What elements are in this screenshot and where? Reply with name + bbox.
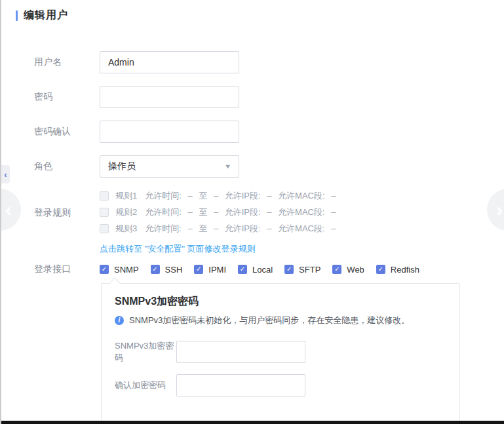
role-row: 角色 操作员 ▼ [34, 155, 480, 178]
rule3-detail: 允许时间: – 至 – 允许IP段: – 允许MAC段: – [145, 223, 336, 235]
snmpv3-password-input[interactable] [176, 341, 305, 363]
checkbox-checked-icon[interactable]: ✓ [284, 265, 294, 274]
checkbox-checked-icon[interactable]: ✓ [238, 265, 247, 274]
password-confirm-row: 密码确认 [34, 121, 480, 143]
panel-caret [109, 278, 121, 289]
password-input[interactable] [100, 86, 239, 108]
rule3-checkbox[interactable] [100, 224, 109, 233]
page-title: 编辑用户 [24, 9, 68, 22]
carousel-next-button[interactable]: › [487, 189, 504, 231]
checkbox-checked-icon[interactable]: ✓ [332, 265, 341, 274]
interface-snmp[interactable]: ✓ SNMP [100, 265, 139, 275]
password-confirm-label: 密码确认 [34, 126, 100, 138]
chevron-right-icon: › [496, 200, 503, 220]
interface-ssh[interactable]: ✓ SSH [151, 265, 183, 275]
interface-sftp[interactable]: ✓ SFTP [284, 265, 320, 275]
login-interfaces-list: ✓ SNMP ✓ SSH ✓ IPMI ✓ Local ✓ SFTP [100, 265, 419, 275]
edit-user-form: 用户名 密码 密码确认 角色 操作员 ▼ 登录规则 规则1 允许时间 [34, 51, 480, 424]
snmpv3-password-row: SNMPv3加密密码 [115, 340, 446, 364]
interface-ipmi[interactable]: ✓ IPMI [194, 265, 226, 275]
snmpv3-notice: i SNMPv3加密密码未初始化，与用户密码同步，存在安全隐患，建议修改。 [115, 315, 446, 326]
snmpv3-confirm-input[interactable] [176, 374, 305, 396]
snmpv3-password-label: SNMPv3加密密码 [115, 340, 176, 364]
chevron-left-icon: ‹ [4, 170, 7, 179]
rule2-name: 规则2 [115, 206, 137, 218]
snmpv3-panel: SNMPv3加密密码 i SNMPv3加密密码未初始化，与用户密码同步，存在安全… [101, 283, 460, 424]
carousel-prev-button[interactable]: ‹ [0, 189, 21, 231]
checkbox-checked-icon[interactable]: ✓ [376, 265, 385, 274]
interface-redfish[interactable]: ✓ Redfish [376, 265, 419, 275]
username-label: 用户名 [34, 56, 100, 68]
rule1-name: 规则1 [115, 190, 137, 202]
login-interfaces-row: 登录接口 ✓ SNMP ✓ SSH ✓ IPMI ✓ Local [34, 263, 480, 275]
rule3-name: 规则3 [115, 223, 137, 235]
password-label: 密码 [34, 91, 100, 103]
rule2-detail: 允许时间: – 至 – 允许IP段: – 允许MAC段: – [145, 206, 336, 218]
snmpv3-notice-text: SNMPv3加密密码未初始化，与用户密码同步，存在安全隐患，建议修改。 [129, 315, 410, 326]
username-row: 用户名 [34, 51, 480, 73]
checkbox-checked-icon[interactable]: ✓ [194, 265, 203, 274]
info-icon: i [115, 316, 124, 325]
username-input[interactable] [100, 51, 239, 73]
snmpv3-confirm-label: 确认加密密码 [115, 379, 176, 391]
login-rules-label: 登录规则 [34, 190, 100, 219]
rule2-checkbox[interactable] [100, 208, 109, 217]
window-bottom-edge [1, 421, 504, 424]
page-header: 编辑用户 [16, 9, 68, 22]
role-select[interactable]: 操作员 ▼ [100, 155, 239, 178]
checkbox-checked-icon[interactable]: ✓ [151, 265, 160, 274]
title-accent-bar [16, 10, 18, 21]
chevron-down-icon: ▼ [224, 163, 232, 170]
login-interfaces-label: 登录接口 [34, 263, 100, 275]
snmpv3-password-title: SNMPv3加密密码 [115, 295, 446, 309]
interface-local[interactable]: ✓ Local [238, 265, 273, 275]
login-rules-block: 规则1 允许时间: – 至 – 允许IP段: – 允许MAC段: – 规则2 允… [100, 190, 336, 255]
login-rules-row: 登录规则 规则1 允许时间: – 至 – 允许IP段: – 允许MAC段: – … [34, 190, 480, 255]
sidebar-collapse-tab[interactable]: ‹ [1, 165, 10, 183]
security-config-link[interactable]: 点击跳转至 "安全配置" 页面修改登录规则 [100, 243, 336, 255]
snmpv3-confirm-row: 确认加密密码 [115, 374, 446, 396]
password-confirm-input[interactable] [100, 121, 239, 143]
rule1-checkbox[interactable] [100, 191, 109, 201]
edit-user-page: 编辑用户 用户名 密码 密码确认 角色 操作员 ▼ 登录规则 [0, 0, 504, 424]
password-row: 密码 [34, 86, 480, 108]
chevron-left-icon: ‹ [5, 200, 12, 220]
login-rule-3: 规则3 允许时间: – 至 – 允许IP段: – 允许MAC段: – [100, 223, 336, 235]
login-rule-1: 规则1 允许时间: – 至 – 允许IP段: – 允许MAC段: – [100, 190, 336, 202]
role-label: 角色 [34, 161, 100, 172]
checkbox-checked-icon[interactable]: ✓ [100, 265, 109, 274]
role-select-value: 操作员 [108, 161, 136, 172]
rule1-detail: 允许时间: – 至 – 允许IP段: – 允许MAC段: – [145, 190, 336, 202]
interface-web[interactable]: ✓ Web [332, 265, 364, 275]
login-rule-2: 规则2 允许时间: – 至 – 允许IP段: – 允许MAC段: – [100, 206, 336, 218]
